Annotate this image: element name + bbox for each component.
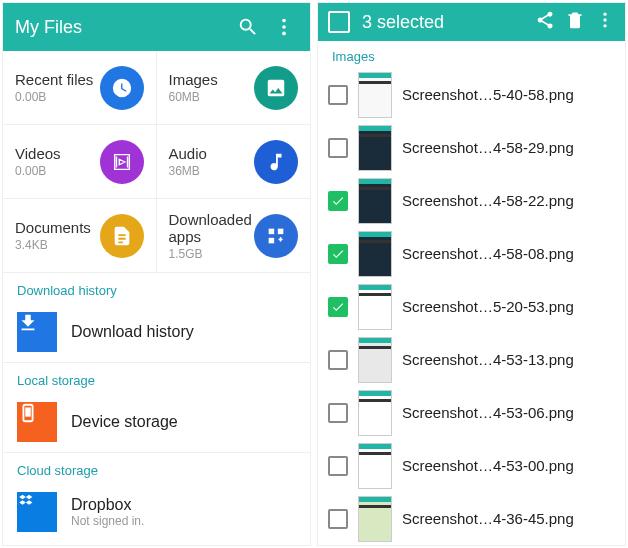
file-name: Screenshot…4-53-06.png xyxy=(402,404,574,421)
file-checkbox[interactable] xyxy=(328,350,348,370)
share-icon[interactable] xyxy=(535,10,555,34)
tile-label: Downloaded apps xyxy=(169,211,255,245)
section-images-label: Images xyxy=(318,41,625,68)
file-name: Screenshot…4-58-08.png xyxy=(402,245,574,262)
row-device-storage[interactable]: Device storage xyxy=(3,392,310,453)
selection-pane: 3 selected Images Screenshot…5-40-58.png… xyxy=(317,2,626,546)
file-name: Screenshot…5-40-58.png xyxy=(402,86,574,103)
tile-label: Audio xyxy=(169,145,207,162)
image-icon xyxy=(254,66,298,110)
selection-count: 3 selected xyxy=(362,12,525,33)
document-icon xyxy=(100,214,144,258)
tile-label: Documents xyxy=(15,219,91,236)
file-checkbox[interactable] xyxy=(328,297,348,317)
music-note-icon xyxy=(254,140,298,184)
file-item[interactable]: Screenshot…4-58-08.png xyxy=(318,227,625,280)
svg-point-9 xyxy=(603,18,606,21)
svg-point-2 xyxy=(282,32,286,36)
file-list: Screenshot…5-40-58.pngScreenshot…4-58-29… xyxy=(318,68,625,545)
appbar-left: My Files xyxy=(3,3,310,51)
file-checkbox[interactable] xyxy=(328,85,348,105)
tile-sub: 3.4KB xyxy=(15,238,91,252)
tile-audio[interactable]: Audio36MB xyxy=(157,125,311,199)
row-sub: Not signed in. xyxy=(71,514,144,528)
file-name: Screenshot…4-53-13.png xyxy=(402,351,574,368)
svg-point-1 xyxy=(282,25,286,29)
dropbox-icon xyxy=(17,492,57,532)
svg-point-0 xyxy=(282,19,286,23)
tile-sub: 1.5GB xyxy=(169,247,255,261)
tile-sub: 36MB xyxy=(169,164,207,178)
tile-sub: 60MB xyxy=(169,90,218,104)
file-name: Screenshot…4-58-22.png xyxy=(402,192,574,209)
file-item[interactable]: Screenshot…5-40-58.png xyxy=(318,68,625,121)
file-name: Screenshot…4-58-29.png xyxy=(402,139,574,156)
file-checkbox[interactable] xyxy=(328,403,348,423)
file-thumbnail xyxy=(358,496,392,542)
tile-images[interactable]: Images60MB xyxy=(157,51,311,125)
file-checkbox[interactable] xyxy=(328,509,348,529)
tile-videos[interactable]: Videos0.00B xyxy=(3,125,157,199)
file-thumbnail xyxy=(358,178,392,224)
overflow-menu-icon[interactable] xyxy=(270,13,298,41)
file-thumbnail xyxy=(358,390,392,436)
file-thumbnail xyxy=(358,125,392,171)
tile-sub: 0.00B xyxy=(15,90,93,104)
file-checkbox[interactable] xyxy=(328,191,348,211)
file-thumbnail xyxy=(358,443,392,489)
category-grid: Recent files0.00B Images60MB Videos0.00B… xyxy=(3,51,310,273)
file-name: Screenshot…4-53-00.png xyxy=(402,457,574,474)
file-item[interactable]: Screenshot…4-53-00.png xyxy=(318,439,625,492)
clock-icon xyxy=(100,66,144,110)
section-cloud-storage-label: Cloud storage xyxy=(3,453,310,482)
row-download-history[interactable]: Download history xyxy=(3,302,310,363)
file-item[interactable]: Screenshot…4-58-22.png xyxy=(318,174,625,227)
svg-rect-7 xyxy=(25,408,31,417)
tile-label: Videos xyxy=(15,145,61,162)
file-item[interactable]: Screenshot…5-20-53.png xyxy=(318,280,625,333)
tile-documents[interactable]: Documents3.4KB xyxy=(3,199,157,273)
tile-recent-files[interactable]: Recent files0.00B xyxy=(3,51,157,125)
file-thumbnail xyxy=(358,337,392,383)
row-label: Download history xyxy=(71,323,194,341)
file-item[interactable]: Screenshot…4-58-29.png xyxy=(318,121,625,174)
section-download-history-label: Download history xyxy=(3,273,310,302)
appbar-right: 3 selected xyxy=(318,3,625,41)
apps-download-icon xyxy=(254,214,298,258)
row-label: Dropbox xyxy=(71,496,144,514)
svg-point-10 xyxy=(603,24,606,27)
svg-point-8 xyxy=(603,13,606,16)
file-item[interactable]: Screenshot…4-36-45.png xyxy=(318,492,625,545)
file-checkbox[interactable] xyxy=(328,244,348,264)
svg-rect-5 xyxy=(269,237,275,243)
file-name: Screenshot…5-20-53.png xyxy=(402,298,574,315)
file-thumbnail xyxy=(358,284,392,330)
select-all-checkbox[interactable] xyxy=(328,11,350,33)
video-icon xyxy=(100,140,144,184)
delete-icon[interactable] xyxy=(565,10,585,34)
overflow-menu-icon[interactable] xyxy=(595,10,615,34)
tile-label: Images xyxy=(169,71,218,88)
tile-label: Recent files xyxy=(15,71,93,88)
tile-downloaded-apps[interactable]: Downloaded apps1.5GB xyxy=(157,199,311,273)
file-checkbox[interactable] xyxy=(328,456,348,476)
svg-rect-4 xyxy=(278,228,284,234)
file-thumbnail xyxy=(358,231,392,277)
section-local-storage-label: Local storage xyxy=(3,363,310,392)
tile-sub: 0.00B xyxy=(15,164,61,178)
row-dropbox[interactable]: DropboxNot signed in. xyxy=(3,482,310,542)
search-icon[interactable] xyxy=(234,13,262,41)
app-title: My Files xyxy=(15,17,226,38)
download-icon xyxy=(17,312,57,352)
row-label: Device storage xyxy=(71,413,178,431)
file-item[interactable]: Screenshot…4-53-13.png xyxy=(318,333,625,386)
file-name: Screenshot…4-36-45.png xyxy=(402,510,574,527)
file-item[interactable]: Screenshot…4-53-06.png xyxy=(318,386,625,439)
my-files-pane: My Files Recent files0.00B Images60MB Vi… xyxy=(2,2,311,546)
device-icon xyxy=(17,402,57,442)
svg-rect-3 xyxy=(269,228,275,234)
file-thumbnail xyxy=(358,72,392,118)
file-checkbox[interactable] xyxy=(328,138,348,158)
